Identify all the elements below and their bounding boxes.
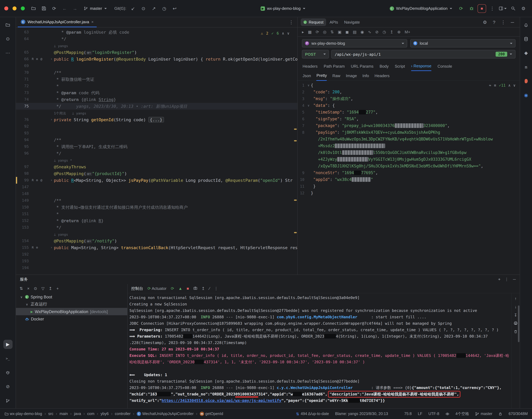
push-icon[interactable]: ↗ (150, 4, 158, 13)
rerun-button[interactable]: ⟳ (457, 4, 465, 13)
forward-icon[interactable]: → (71, 4, 79, 13)
code-line[interactable]: 63 * @param loginUser 必填 code (16, 29, 297, 36)
code-line[interactable]: 149/** (16, 197, 297, 204)
tree-item-running[interactable]: ∨ 正在运行 (16, 301, 127, 308)
more-icon[interactable]: ⋮ (214, 286, 218, 291)
memory-indicator[interactable]: 670/3048M (508, 411, 528, 417)
export-console-icon[interactable]: ↥ (202, 286, 205, 291)
inspections-widget[interactable]: ⚠2 ✓6 ∧ ∨ (258, 29, 292, 37)
grid-icon[interactable]: ▦ (308, 30, 312, 34)
code-line[interactable]: 74 * @return {@link String} (16, 96, 297, 103)
maven-icon[interactable]: m (521, 63, 531, 72)
back-icon[interactable]: ← (60, 4, 69, 13)
error-stripe-mark[interactable] (294, 199, 297, 201)
copy-icon[interactable]: ▤ (353, 30, 356, 34)
breadcrumb-yby6[interactable]: yby6 (100, 411, 110, 417)
edit-icon[interactable]: ∕ (209, 286, 210, 291)
run-config-widget[interactable]: WxPlayDemoBlogApplication (387, 5, 455, 12)
tab-raw[interactable]: Raw (332, 71, 340, 81)
code-line[interactable]: 151 * (16, 210, 297, 217)
update-app-icon[interactable]: ▲ (178, 286, 182, 291)
clear-icon[interactable] (514, 330, 518, 335)
response-viewer[interactable]: ≈ ≡ ✓11 ∧ ∨ 1∨{2 "code": 200,3 "msg": "操… (298, 81, 520, 275)
tab-headers[interactable]: Headers (303, 61, 317, 71)
search-icon[interactable]: ◎ (323, 30, 326, 34)
tab-resp-headers[interactable]: Headers (375, 71, 390, 81)
refresh-icon[interactable]: ⟳ (316, 30, 319, 34)
settings-icon[interactable]: ⚙ (519, 4, 528, 13)
next-icon[interactable]: ∨ (513, 82, 516, 89)
tab-path-param[interactable]: Path Param (324, 61, 345, 71)
git-menu-label[interactable]: Git(G): (114, 6, 126, 11)
vcs-changes-widget[interactable]: ⇅494 Δ/up-to-date (295, 411, 330, 417)
tab-pretty[interactable]: Pretty (317, 71, 327, 81)
branch-widget[interactable]: master (474, 411, 493, 417)
code-line[interactable]: JDBC Connection [HikariProxyConnection@1… (129, 320, 509, 327)
code-line[interactable]: 75 */ yangs, 2023/8/30, 20:13 • :art: 新增… (16, 103, 297, 110)
code-line[interactable]: 192 (16, 251, 297, 258)
code-line[interactable]: ⟹ Preparing: INSERT INTO t_order_info ( … (129, 327, 509, 333)
print-icon[interactable] (514, 321, 518, 326)
editor-tab[interactable]: C WechatUniAppJsApiController.java × (18, 17, 97, 27)
stop-button[interactable]: ■ (478, 4, 486, 13)
stop-app-icon[interactable]: ■ (187, 286, 189, 291)
client-icon[interactable]: ◉ (521, 91, 531, 100)
layout-icon[interactable] (498, 4, 507, 13)
tab-body[interactable]: Body (380, 61, 389, 71)
vcs-tool-icon[interactable] (3, 396, 13, 405)
breadcrumb-java[interactable]: java (73, 411, 82, 417)
code-line[interactable]: 94/** (16, 136, 297, 143)
code-line[interactable]: ⊥ yangs * (16, 157, 297, 163)
code-line[interactable]: Consume Time: 27 ms 2023-09-10 00:34:37 (129, 346, 509, 352)
add-service-icon[interactable]: + (56, 286, 59, 291)
code-line[interactable]: +Mssdz2000000000000000000000 (298, 143, 520, 149)
indent-widget[interactable]: 4个空格 (455, 411, 470, 417)
debug-tool-icon[interactable] (3, 368, 13, 377)
run-request-icon[interactable]: ▸ (302, 30, 304, 34)
editor-tab-options-icon[interactable]: ⋮ (287, 18, 295, 26)
tab-response[interactable]: › Response (411, 61, 431, 71)
tab-json[interactable]: Json (303, 71, 311, 81)
caret-position-widget[interactable]: 75:8 (404, 411, 412, 417)
code-line[interactable]: 3 "msg": "操作成功", (298, 95, 520, 102)
git-branch-widget[interactable]: master (81, 5, 109, 12)
breadcrumb-project[interactable]: wx-play-demo-blog (4, 411, 43, 417)
code-line[interactable]: 11 } (298, 183, 520, 190)
code-line[interactable]: 4∨ "data": { (298, 102, 520, 109)
code-line[interactable]: ⊥ yangs (16, 231, 297, 237)
code-line[interactable]: 6 "signType": "RSA", (298, 116, 520, 122)
tree-item-spring-boot[interactable]: ∨ Spring Boot (16, 293, 127, 301)
code-line[interactable]: 150 * 支付通知→微信支付通过支付通知接口将用户支付成功消息通知给商户 (16, 204, 297, 210)
notifications-icon[interactable] (521, 20, 531, 29)
code-line[interactable]: 8 "paySign": "j8KMTskWkUx47QEV++cyuLdmwX… (298, 129, 520, 136)
tab-apis[interactable]: APIs (327, 18, 341, 26)
code-line[interactable]: "mchid":"163000000","out_trade_no":"ORDE… (129, 391, 509, 397)
scroll-up-icon[interactable]: ↑ (515, 296, 517, 301)
export-icon[interactable]: ↥ (49, 286, 52, 291)
code-line[interactable]: 154@PostMapping(⊕˅"/notify") (16, 237, 297, 244)
code-line[interactable]: 73 * @param code 代码 (16, 89, 297, 96)
url-input[interactable]: /api/wx-pay/js-api/1 200 (331, 50, 516, 58)
code-line[interactable]: 65@PostMapping(⊕˅"loginOrRegister") (16, 49, 297, 56)
tab-info[interactable]: Info (362, 71, 369, 81)
prev-problem-icon[interactable]: ∧ (282, 30, 284, 37)
code-line[interactable]: 5 "timeStamp": "1694000277", (298, 109, 520, 116)
code-line[interactable]: .228(Timestamp), 2023-09-10 00:34:37.228… (129, 340, 509, 346)
terminal-tool-icon[interactable]: >_ (3, 354, 13, 363)
problems-tool-icon[interactable]: ⊘ (3, 382, 13, 391)
code-line[interactable]: ⊥ yangs (16, 42, 297, 49)
code-line[interactable]: 10 "appId": "wx38c400000000" (298, 176, 520, 183)
eye-icon[interactable]: ⊙ (34, 286, 37, 291)
tab-actuator[interactable]: ⟳ Actuator (147, 286, 166, 291)
export-icon[interactable]: ↥ (390, 30, 393, 34)
tab-url-params[interactable]: URL Params (351, 61, 374, 71)
code-line[interactable]: 70/** (16, 69, 297, 76)
tab-script[interactable]: Script (395, 61, 405, 71)
scroll-to-end-icon[interactable]: ↧ (514, 313, 517, 317)
debug-button[interactable] (467, 4, 476, 13)
target-icon[interactable]: ⌖ (498, 277, 500, 282)
minimize-icon[interactable]: ─ (513, 277, 516, 282)
code-line[interactable]: 9 "nonceStr": "169400077695", (298, 170, 520, 176)
method-select[interactable]: POST (302, 50, 329, 58)
commit-tool-icon[interactable]: ⊙ (3, 34, 13, 43)
